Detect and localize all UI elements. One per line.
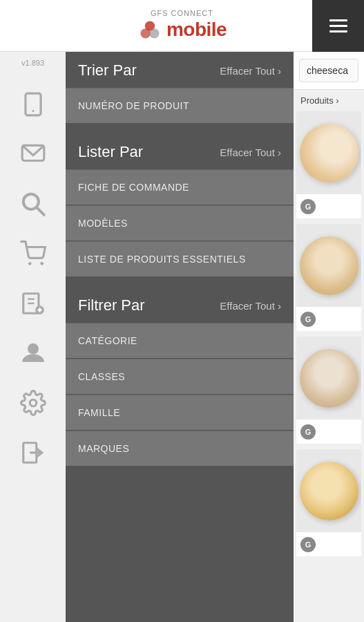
logo-title-brand: mobile	[166, 19, 227, 41]
sidebar-item-messages[interactable]	[0, 129, 66, 179]
product-card-2[interactable]: G	[296, 224, 361, 331]
list-item-essential-label: LISTE DE PRODUITS ESSENTIELS	[78, 254, 246, 265]
search-icon	[20, 191, 46, 217]
app-header: GFS CONNECT mobile	[0, 0, 364, 52]
filter-item-classes[interactable]: CLASSES	[66, 359, 294, 395]
list-section-title: Lister Par	[78, 143, 143, 161]
list-item-models[interactable]: MODÈLES	[66, 205, 294, 241]
product-card-1-image	[296, 111, 361, 194]
filter-item-classes-label: CLASSES	[78, 371, 125, 382]
products-header: Produits ›	[294, 90, 364, 109]
product-image-cheesecake-4	[300, 462, 358, 520]
app-version: v1.893	[21, 59, 44, 67]
list-clear-button[interactable]: Effacer Tout ›	[220, 147, 281, 158]
logo-brand: mobile	[137, 17, 227, 42]
sidebar-item-cart[interactable]	[0, 229, 66, 279]
filter-item-brands[interactable]: MARQUES	[66, 431, 294, 466]
product-card-4[interactable]: G	[296, 449, 361, 556]
svg-point-1	[140, 28, 150, 38]
logo-icon	[137, 17, 162, 42]
list-item-essential[interactable]: LISTE DE PRODUITS ESSENTIELS	[66, 241, 294, 277]
product-badge-3: G	[300, 424, 316, 440]
filter-item-category[interactable]: CATÉGORIE	[66, 323, 294, 359]
sort-clear-button[interactable]: Effacer Tout ›	[220, 65, 281, 77]
sidebar-item-account[interactable]	[0, 328, 66, 378]
product-card-2-image	[296, 224, 361, 307]
hamburger-line-1	[329, 19, 347, 21]
tablet-icon	[20, 91, 46, 117]
product-image-cheesecake-3	[300, 349, 358, 408]
search-bar	[294, 52, 364, 90]
svg-point-16	[28, 343, 39, 355]
sidebar-item-invoice[interactable]	[0, 279, 66, 328]
svg-line-7	[37, 208, 44, 215]
filter-item-family-label: FAMILLE	[78, 407, 120, 418]
products-header-label: Produits ›	[300, 95, 339, 106]
svg-point-17	[30, 399, 37, 406]
product-card-1[interactable]: G	[296, 111, 361, 218]
product-card-3[interactable]: G	[296, 337, 361, 444]
logout-icon	[20, 440, 46, 466]
sidebar-item-logout[interactable]	[0, 428, 66, 478]
sort-item-product-number[interactable]: NUMÉRO DE PRODUIT	[66, 88, 294, 124]
product-badge-1: G	[300, 199, 316, 214]
sidebar: v1.893	[0, 52, 66, 622]
sidebar-item-settings[interactable]	[0, 378, 66, 428]
product-card-4-image	[296, 449, 361, 532]
filter-clear-button[interactable]: Effacer Tout ›	[220, 300, 281, 312]
product-list: G G G G	[294, 109, 364, 622]
product-badge-2: G	[300, 312, 316, 327]
svg-point-2	[149, 28, 159, 38]
product-badge-4: G	[300, 537, 316, 552]
product-image-cheesecake-2	[300, 236, 358, 295]
filter-item-brands-label: MARQUES	[78, 443, 129, 454]
app-logo: GFS CONNECT mobile	[137, 9, 227, 42]
cart-icon	[20, 241, 46, 267]
filter-section-header: Filtrer Par Effacer Tout ›	[66, 287, 294, 323]
svg-point-9	[40, 262, 44, 265]
hamburger-button[interactable]	[312, 0, 364, 52]
svg-point-8	[28, 262, 31, 265]
sidebar-item-search[interactable]	[0, 179, 66, 229]
filter-item-family[interactable]: FAMILLE	[66, 395, 294, 431]
sort-item-product-number-label: NUMÉRO DE PRODUIT	[78, 100, 189, 111]
search-input[interactable]	[299, 59, 358, 82]
sort-section-title: Trier Par	[78, 62, 137, 79]
hamburger-line-3	[329, 30, 347, 32]
hamburger-line-2	[329, 25, 347, 27]
product-card-3-image	[296, 337, 361, 420]
list-item-models-label: MODÈLES	[78, 218, 128, 229]
account-icon	[20, 340, 46, 366]
spacer-1	[66, 124, 294, 133]
settings-icon	[20, 390, 46, 416]
svg-point-4	[32, 110, 34, 112]
message-icon	[20, 141, 46, 167]
content-panel: Produits › G G G G	[294, 52, 364, 622]
sidebar-item-tablet[interactable]	[0, 79, 66, 129]
filter-panel: Trier Par Effacer Tout › NUMÉRO DE PRODU…	[66, 52, 294, 622]
list-item-order-sheet[interactable]: FICHE DE COMMANDE	[66, 169, 294, 205]
filter-section-title: Filtrer Par	[78, 296, 145, 314]
list-item-order-sheet-label: FICHE DE COMMANDE	[78, 182, 189, 193]
filter-item-category-label: CATÉGORIE	[78, 335, 137, 346]
product-image-cheesecake-1	[300, 124, 358, 182]
spacer-2	[66, 277, 294, 287]
logo-title-small: GFS CONNECT	[151, 9, 213, 17]
list-section-header: Lister Par Effacer Tout ›	[66, 133, 294, 169]
invoice-icon	[20, 290, 46, 317]
sort-section-header: Trier Par Effacer Tout ›	[66, 52, 294, 88]
